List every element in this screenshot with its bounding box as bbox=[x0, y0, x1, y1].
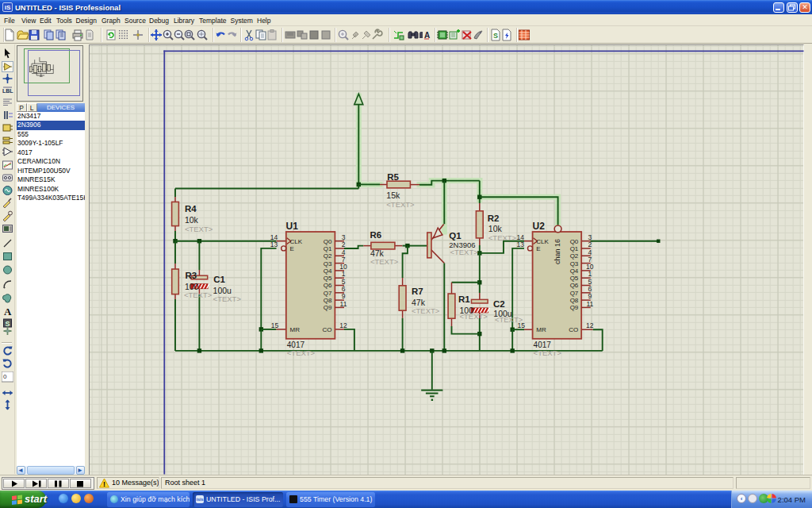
svg-text:E: E bbox=[290, 245, 294, 252]
svg-text:Q1: Q1 bbox=[449, 231, 462, 241]
svg-text:R5: R5 bbox=[387, 172, 399, 182]
svg-text:MR: MR bbox=[536, 326, 546, 333]
svg-text:Q7: Q7 bbox=[324, 290, 332, 297]
svg-text:<TEXT>: <TEXT> bbox=[460, 312, 488, 321]
svg-text:<TEXT>: <TEXT> bbox=[386, 200, 415, 209]
svg-text:Q2: Q2 bbox=[570, 252, 579, 260]
svg-text:15k: 15k bbox=[386, 190, 400, 200]
svg-text:<TEXT>: <TEXT> bbox=[488, 233, 517, 242]
svg-text:10k: 10k bbox=[488, 224, 503, 233]
svg-text:MR: MR bbox=[290, 326, 301, 333]
svg-text:Q1: Q1 bbox=[570, 245, 579, 252]
svg-text:<TEXT>: <TEXT> bbox=[370, 257, 399, 266]
svg-text:Q3: Q3 bbox=[324, 260, 332, 267]
svg-text:12: 12 bbox=[339, 321, 347, 329]
svg-text:<TEXT>: <TEXT> bbox=[184, 291, 213, 299]
svg-text:Q4: Q4 bbox=[570, 267, 579, 275]
svg-text:Q4: Q4 bbox=[324, 267, 332, 275]
svg-text:R2: R2 bbox=[488, 214, 500, 223]
svg-text:15: 15 bbox=[271, 321, 279, 329]
svg-text:R3: R3 bbox=[185, 271, 197, 280]
svg-text:R4: R4 bbox=[185, 204, 197, 214]
svg-text:4017: 4017 bbox=[534, 341, 552, 349]
svg-text:E: E bbox=[536, 245, 540, 252]
svg-text:100: 100 bbox=[185, 282, 199, 291]
svg-text:Q6: Q6 bbox=[324, 282, 332, 289]
svg-text:Q5: Q5 bbox=[570, 275, 579, 282]
svg-text:Q9: Q9 bbox=[324, 304, 332, 311]
svg-text:Q9: Q9 bbox=[570, 304, 579, 311]
svg-text:Q5: Q5 bbox=[324, 275, 332, 282]
svg-text:U1: U1 bbox=[286, 221, 299, 232]
svg-text:<TEXT>: <TEXT> bbox=[412, 306, 440, 315]
svg-text:U2: U2 bbox=[533, 221, 546, 232]
svg-text:Q3: Q3 bbox=[570, 260, 579, 267]
svg-text:CO: CO bbox=[323, 326, 332, 333]
svg-text:Q2: Q2 bbox=[324, 252, 332, 260]
svg-text:11: 11 bbox=[340, 300, 347, 308]
svg-text:<TEXT>: <TEXT> bbox=[213, 294, 242, 303]
svg-text:R6: R6 bbox=[370, 230, 382, 240]
svg-text:Q1: Q1 bbox=[324, 245, 332, 252]
svg-text:<TEXT>: <TEXT> bbox=[534, 348, 562, 357]
svg-text:CLK: CLK bbox=[290, 238, 303, 245]
svg-text:47k: 47k bbox=[412, 298, 426, 307]
svg-text:4017: 4017 bbox=[287, 341, 305, 349]
svg-text:10k: 10k bbox=[185, 215, 199, 225]
svg-text:<TEXT>: <TEXT> bbox=[495, 315, 523, 324]
svg-text:Q0: Q0 bbox=[570, 238, 579, 245]
svg-text:Q7: Q7 bbox=[570, 290, 579, 297]
svg-text:C2: C2 bbox=[493, 299, 505, 309]
svg-text:<TEXT>: <TEXT> bbox=[450, 248, 478, 256]
svg-text:Q8: Q8 bbox=[324, 297, 332, 304]
svg-text:CO: CO bbox=[569, 326, 578, 333]
svg-text:13: 13 bbox=[270, 241, 278, 248]
svg-text:12: 12 bbox=[586, 321, 594, 329]
svg-text:CLK: CLK bbox=[536, 238, 549, 245]
svg-text:Q0: Q0 bbox=[324, 238, 332, 245]
svg-text:<TEXT>: <TEXT> bbox=[185, 225, 213, 233]
svg-text:Q8: Q8 bbox=[570, 297, 579, 304]
svg-text:C1: C1 bbox=[213, 275, 225, 284]
svg-text:13: 13 bbox=[517, 241, 525, 248]
svg-text:11: 11 bbox=[586, 300, 593, 308]
svg-text:chan 16: chan 16 bbox=[553, 239, 561, 264]
svg-text:R7: R7 bbox=[412, 287, 423, 296]
svg-text:Q6: Q6 bbox=[570, 282, 579, 289]
svg-text:<TEXT>: <TEXT> bbox=[287, 348, 316, 357]
svg-text:R1: R1 bbox=[458, 294, 470, 304]
